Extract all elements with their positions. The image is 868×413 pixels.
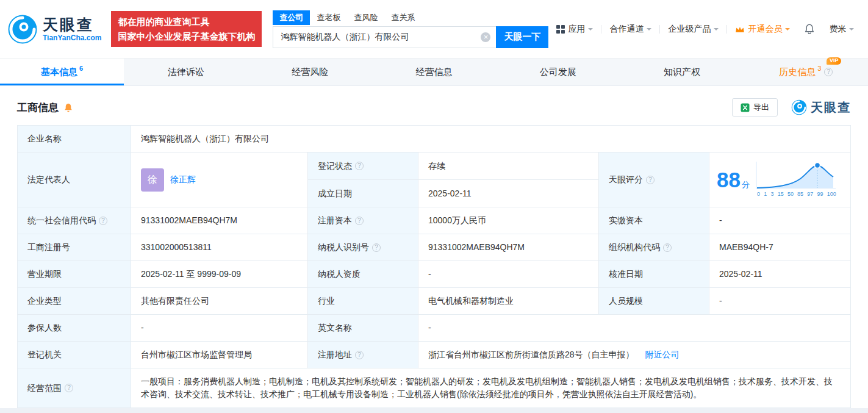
nav-enterprise-label: 企业级产品	[668, 24, 711, 35]
row-authority-address: 登记机关 台州市椒江区市场监督管理局 注册地址 浙江省台州市椒江区前所街道信质路…	[18, 342, 851, 368]
search-input[interactable]	[281, 32, 481, 42]
nav-apps[interactable]: 应用	[548, 24, 601, 35]
chevron-down-icon	[647, 28, 651, 33]
field-reg-number-value: 331002000513811	[131, 234, 308, 261]
field-company-name-value: 鸿辉智能机器人（浙江）有限公司	[131, 126, 851, 153]
tab-label: 法律诉讼	[168, 66, 204, 78]
help-icon[interactable]	[646, 176, 655, 184]
tab-label: 经营信息	[415, 66, 452, 78]
export-button[interactable]: 导出	[732, 98, 778, 117]
score-axis-labels: 0131550859799100	[757, 190, 836, 199]
field-business-scope-label: 经营范围	[18, 368, 131, 408]
field-org-code-label: 组织机构代码	[599, 234, 709, 261]
promo-line1: 都在用的商业查询工具	[118, 15, 255, 29]
search-button[interactable]: 天眼一下	[496, 26, 548, 48]
tab-company-development[interactable]: 公司发展	[496, 59, 620, 85]
help-icon[interactable]	[355, 162, 364, 170]
notifications-bell[interactable]	[798, 23, 821, 35]
business-info-table: 企业名称 鸿辉智能机器人（浙江）有限公司 法定代表人 徐 徐正辉 登记状态 存续…	[17, 125, 851, 408]
field-business-scope-value: 一般项目：服务消费机器人制造；电机制造；电机及其控制系统研发；智能机器人的研发；…	[131, 368, 851, 408]
brand-text-block: 天眼查 TianYanCha.com	[43, 16, 101, 42]
field-tyc-score-value: 88分 0131550859799100	[709, 153, 851, 207]
search-tabs: 查公司 查老板 查风险 查关系	[273, 10, 548, 25]
field-tyc-score-label: 天眼评分	[599, 153, 709, 207]
crown-icon	[735, 26, 745, 33]
row-company-name: 企业名称 鸿辉智能机器人（浙江）有限公司	[18, 126, 851, 153]
username: 费米	[829, 24, 846, 35]
nav-vip[interactable]: 开通会员	[727, 24, 798, 35]
tab-legal-proceedings[interactable]: 法律诉讼	[124, 59, 248, 85]
row-credit-capital: 统一社会信用代码 91331002MAEB94QH7M 注册资本 10000万人…	[18, 207, 851, 234]
tab-badge: 3	[817, 65, 821, 72]
nav-cooperation[interactable]: 合作通道	[601, 24, 659, 35]
field-taxpayer-quality-label: 纳税人资质	[308, 261, 418, 288]
help-icon[interactable]	[663, 243, 672, 252]
header: 天眼查 TianYanCha.com 都在用的商业查询工具 国家中小企业发展子基…	[0, 0, 868, 58]
help-icon[interactable]	[824, 68, 833, 76]
section-title: 工商信息	[17, 101, 59, 115]
search-tab-boss[interactable]: 查老板	[310, 10, 347, 25]
field-reg-number-label: 工商注册号	[18, 234, 131, 261]
tab-history-info[interactable]: 历史信息 3 VIP	[744, 59, 868, 85]
field-company-type-label: 企业类型	[18, 288, 131, 315]
brand-name: 天眼查	[43, 16, 101, 34]
help-icon[interactable]	[372, 243, 381, 252]
search-tab-company[interactable]: 查公司	[273, 10, 310, 25]
brand-logo[interactable]: 天眼查 TianYanCha.com	[7, 14, 101, 45]
field-paid-capital-value: -	[709, 207, 851, 234]
search-tab-risk[interactable]: 查风险	[347, 10, 384, 25]
clear-icon[interactable]	[481, 32, 490, 42]
help-icon[interactable]	[65, 384, 73, 392]
field-reg-authority-label: 登记机关	[18, 342, 131, 368]
row-legal-rep-status-score: 法定代表人 徐 徐正辉 登记状态 存续 天眼评分 88分	[18, 153, 851, 180]
tianyancha-watermark: 天眼查	[791, 99, 851, 116]
user-menu[interactable]: 费米	[821, 24, 862, 35]
export-label: 导出	[753, 102, 769, 113]
tab-label: 知识产权	[664, 66, 700, 78]
chevron-down-icon	[588, 28, 593, 33]
search-input-wrap	[273, 26, 496, 48]
bell-icon	[804, 23, 815, 35]
score-distribution-chart: 0131550859799100	[756, 160, 836, 199]
help-icon[interactable]	[99, 217, 107, 225]
tab-label: 历史信息	[779, 66, 816, 78]
field-paid-capital-label: 实缴资本	[599, 207, 709, 234]
field-reg-authority-value: 台州市椒江区市场监督管理局	[131, 342, 308, 368]
search-tab-relation[interactable]: 查关系	[384, 10, 421, 25]
subscribe-bell-icon[interactable]	[63, 102, 73, 113]
field-reg-capital-label: 注册资本	[308, 207, 418, 234]
tianyancha-logo-icon	[791, 99, 807, 115]
help-icon[interactable]	[355, 217, 364, 225]
field-taxpayer-quality-value: -	[418, 261, 599, 288]
nav-enterprise[interactable]: 企业级产品	[660, 24, 726, 35]
field-legal-rep-label: 法定代表人	[18, 153, 131, 207]
vip-badge: VIP	[827, 57, 842, 65]
tab-operating-info[interactable]: 经营信息	[372, 59, 496, 85]
row-business-scope: 经营范围 一般项目：服务消费机器人制造；电机制造；电机及其控制系统研发；智能机器…	[18, 368, 851, 408]
field-staff-scale-value: -	[709, 288, 851, 315]
excel-icon	[741, 103, 750, 112]
main-content: 工商信息 导出 天眼查	[0, 86, 868, 408]
search-row: 天眼一下	[273, 26, 548, 48]
field-reg-capital-value: 10000万人民币	[418, 207, 599, 234]
nearby-companies-link[interactable]: 附近公司	[645, 350, 680, 359]
row-term-quality-approve: 营业期限 2025-02-11 至 9999-09-09 纳税人资质 - 核准日…	[18, 261, 851, 288]
avatar[interactable]: 徐	[141, 168, 164, 192]
field-establish-date-label: 成立日期	[308, 180, 418, 207]
page-tabbar: 基本信息 6 法律诉讼 经营风险 经营信息 公司发展 知识产权 历史信息 3 V…	[0, 58, 868, 86]
tab-intellectual-property[interactable]: 知识产权	[620, 59, 744, 85]
help-icon[interactable]	[355, 351, 364, 359]
apps-grid-icon	[556, 25, 565, 34]
legal-rep-link[interactable]: 徐正辉	[170, 173, 196, 186]
tab-basic-info[interactable]: 基本信息 6	[0, 59, 124, 85]
score-curve	[756, 160, 836, 190]
tab-operating-risk[interactable]: 经营风险	[248, 59, 372, 85]
tab-badge: 6	[79, 65, 83, 72]
score-number: 88分	[717, 169, 750, 191]
nav-vip-label: 开通会员	[748, 24, 782, 35]
nav-cooperation-label: 合作通道	[609, 24, 644, 35]
tab-label: 公司发展	[540, 66, 576, 78]
row-insured-english: 参保人数 - 英文名称 -	[18, 315, 851, 342]
field-establish-date-value: 2025-02-11	[418, 180, 599, 207]
field-org-code-value: MAEB94QH-7	[709, 234, 851, 261]
